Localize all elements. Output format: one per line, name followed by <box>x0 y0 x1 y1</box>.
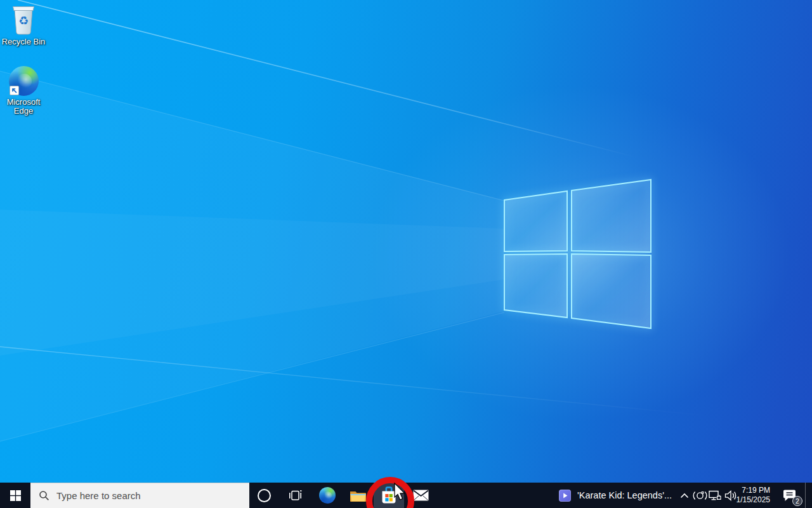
meet-now-button[interactable] <box>692 483 708 508</box>
show-desktop-button[interactable] <box>806 483 812 508</box>
file-explorer-button[interactable] <box>343 483 373 508</box>
notification-badge: 2 <box>792 496 802 506</box>
cortana-icon <box>258 489 271 502</box>
media-app-button[interactable]: 'Karate Kid: Legends'... <box>553 483 676 508</box>
shortcut-arrow-icon <box>10 86 19 95</box>
mail-icon <box>413 490 429 501</box>
action-center-button[interactable]: 2 <box>775 483 804 508</box>
edge-taskbar-button[interactable] <box>312 483 343 508</box>
movies-tv-play-icon <box>559 490 571 502</box>
network-icon <box>709 490 722 501</box>
store-icon <box>379 486 398 505</box>
wallpaper-windows-logo <box>0 0 812 508</box>
store-button[interactable] <box>374 483 404 508</box>
desktop-icon-recycle-bin[interactable]: ♻ Recycle Bin <box>0 4 47 46</box>
search-input[interactable] <box>55 490 216 502</box>
network-button[interactable] <box>707 483 723 508</box>
cortana-button[interactable] <box>249 483 278 508</box>
show-hidden-icons-button[interactable] <box>675 483 694 508</box>
svg-text:♻: ♻ <box>18 14 29 27</box>
start-button[interactable] <box>0 483 30 508</box>
task-view-button[interactable] <box>280 483 310 508</box>
taskbar: 'Karate Kid: Legends'... <box>0 483 812 508</box>
meet-now-icon <box>693 490 707 501</box>
search-icon <box>39 490 49 501</box>
clock-time: 7:19 PM <box>742 486 770 495</box>
desktop: ♻ Recycle Bin Microsoft Edge <box>0 0 812 508</box>
file-explorer-icon <box>350 489 367 502</box>
recycle-bin-icon: ♻ <box>9 4 38 36</box>
taskbar-search[interactable] <box>30 483 249 508</box>
clock-date: 1/15/2025 <box>737 495 770 505</box>
mail-button[interactable] <box>405 483 436 508</box>
media-app-title: 'Karate Kid: Legends'... <box>577 490 672 500</box>
task-view-icon <box>289 490 302 502</box>
start-icon <box>10 490 21 501</box>
chevron-up-icon <box>680 493 689 498</box>
desktop-icon-label: Recycle Bin <box>2 37 46 46</box>
taskbar-clock[interactable]: 7:19 PM 1/15/2025 <box>731 483 771 508</box>
desktop-icon-label: Microsoft Edge <box>0 98 47 116</box>
desktop-icon-microsoft-edge[interactable]: Microsoft Edge <box>0 66 47 116</box>
edge-icon <box>319 487 336 504</box>
